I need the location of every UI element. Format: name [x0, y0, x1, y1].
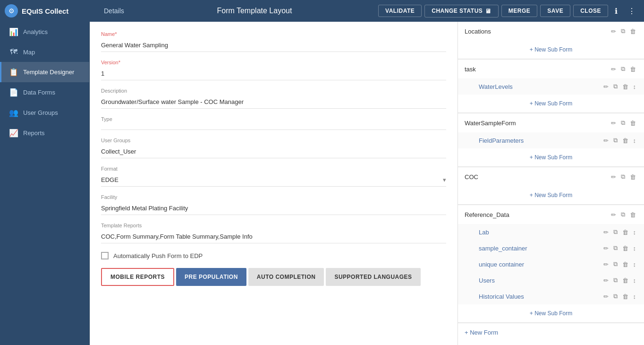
- template-reports-group: Template Reports COC,Form Summary,Form T…: [101, 223, 446, 243]
- watersampleform-new-sub-form-button[interactable]: + New Sub Form: [525, 152, 577, 163]
- locations-delete-icon[interactable]: 🗑: [628, 27, 637, 36]
- merge-button[interactable]: MERGE: [501, 5, 538, 17]
- coc-copy-icon[interactable]: ⧉: [619, 172, 627, 181]
- fieldparameters-edit-icon[interactable]: ✏: [602, 136, 610, 145]
- fieldparameters-actions: ✏ ⧉ 🗑 ↕: [602, 136, 638, 145]
- sidebar-item-data-forms[interactable]: 📄 Data Forms: [0, 82, 89, 103]
- unique-container-delete-icon[interactable]: 🗑: [621, 260, 630, 269]
- reference-data-new-sub-form-row: + New Sub Form: [458, 304, 644, 323]
- users-reorder-icon[interactable]: ↕: [632, 276, 638, 285]
- reference-data-new-sub-form-button[interactable]: + New Sub Form: [525, 308, 577, 319]
- task-edit-icon[interactable]: ✏: [610, 65, 618, 74]
- unique-container-name: unique container: [471, 261, 524, 268]
- lab-copy-icon[interactable]: ⧉: [612, 227, 619, 237]
- watersampleform-row: WaterSampleForm ✏ ⧉ 🗑: [458, 113, 644, 132]
- watersampleform-name: WaterSampleForm: [465, 120, 516, 127]
- waterlevels-delete-icon[interactable]: 🗑: [621, 82, 630, 91]
- change-status-button[interactable]: CHANGE STATUS 🖥: [424, 5, 499, 17]
- unique-container-actions: ✏ ⧉ 🗑 ↕: [602, 259, 638, 269]
- unique-container-copy-icon[interactable]: ⧉: [612, 259, 619, 269]
- help-icon[interactable]: ℹ: [611, 4, 621, 18]
- sample-container-delete-icon[interactable]: 🗑: [621, 244, 630, 253]
- locations-copy-icon[interactable]: ⧉: [619, 26, 627, 36]
- content-area: Name* General Water Sampling Version* 1 …: [90, 22, 644, 345]
- mobile-reports-button[interactable]: MOBILE REPORTS: [101, 268, 174, 286]
- description-value[interactable]: Groundwater/Surface water Sample - COC M…: [101, 95, 446, 109]
- fieldparameters-reorder-icon[interactable]: ↕: [632, 136, 638, 145]
- reference-data-edit-icon[interactable]: ✏: [610, 210, 618, 219]
- unique-container-reorder-icon[interactable]: ↕: [632, 260, 638, 269]
- version-value[interactable]: 1: [101, 67, 446, 80]
- supported-languages-button[interactable]: SUPPORTED LANGUAGES: [326, 268, 420, 286]
- name-group: Name* General Water Sampling: [101, 31, 446, 52]
- version-label: Version*: [101, 60, 446, 65]
- reference-data-copy-icon[interactable]: ⧉: [619, 210, 627, 219]
- logo-icon: ⚙: [5, 4, 18, 17]
- task-delete-icon[interactable]: 🗑: [628, 65, 637, 74]
- watersampleform-delete-icon[interactable]: 🗑: [628, 119, 637, 128]
- coc-edit-icon[interactable]: ✏: [610, 172, 618, 181]
- fieldparameters-delete-icon[interactable]: 🗑: [621, 136, 630, 145]
- locations-new-sub-form-button[interactable]: + New Sub Form: [525, 44, 577, 55]
- dropdown-arrow-icon: ▾: [443, 176, 446, 183]
- users-copy-icon[interactable]: ⧉: [612, 276, 619, 285]
- task-row: task ✏ ⧉ 🗑: [458, 60, 644, 78]
- new-form-button[interactable]: + New Form: [465, 329, 498, 336]
- users-name: Users: [471, 277, 495, 284]
- facility-value[interactable]: Springfield Metal Plating Facility: [101, 202, 446, 215]
- close-button[interactable]: CLOSE: [573, 5, 608, 17]
- auto-completion-button[interactable]: AUTO COMPLETION: [248, 268, 324, 286]
- sidebar-item-user-groups[interactable]: 👥 User Groups: [0, 103, 89, 123]
- lab-delete-icon[interactable]: 🗑: [621, 228, 630, 237]
- format-value[interactable]: EDGE ▾: [101, 173, 446, 187]
- type-label: Type: [101, 116, 446, 122]
- change-status-icon: 🖥: [485, 8, 491, 15]
- task-actions: ✏ ⧉ 🗑: [610, 64, 637, 74]
- unique-container-edit-icon[interactable]: ✏: [602, 260, 610, 269]
- lab-actions: ✏ ⧉ 🗑 ↕: [602, 227, 638, 237]
- waterlevels-copy-icon[interactable]: ⧉: [612, 82, 619, 91]
- fieldparameters-copy-icon[interactable]: ⧉: [612, 136, 619, 145]
- fieldparameters-row: FieldParameters ✏ ⧉ 🗑 ↕: [458, 132, 644, 148]
- lab-edit-icon[interactable]: ✏: [602, 228, 610, 237]
- more-icon[interactable]: ⋮: [624, 4, 639, 18]
- sample-container-copy-icon[interactable]: ⧉: [612, 243, 619, 253]
- save-button[interactable]: SAVE: [540, 5, 570, 17]
- task-new-sub-form-button[interactable]: + New Sub Form: [525, 98, 577, 109]
- waterlevels-edit-icon[interactable]: ✏: [602, 82, 610, 91]
- name-value[interactable]: General Water Sampling: [101, 39, 446, 52]
- sidebar-item-analytics[interactable]: 📊 Analytics: [0, 22, 89, 42]
- sample-container-reorder-icon[interactable]: ↕: [632, 244, 638, 253]
- user-groups-value[interactable]: Collect_User: [101, 145, 446, 158]
- reports-icon: 📈: [9, 129, 18, 138]
- sidebar-item-map[interactable]: 🗺 Map: [0, 42, 89, 62]
- pre-population-button[interactable]: PRE POPULATION: [176, 268, 246, 286]
- reference-data-delete-icon[interactable]: 🗑: [628, 210, 637, 219]
- sample-container-edit-icon[interactable]: ✏: [602, 244, 610, 253]
- validate-button[interactable]: VALIDATE: [378, 5, 422, 17]
- coc-delete-icon[interactable]: 🗑: [628, 172, 637, 181]
- task-copy-icon[interactable]: ⧉: [619, 64, 627, 74]
- section-label: Details: [97, 7, 131, 15]
- lab-reorder-icon[interactable]: ↕: [632, 228, 638, 237]
- historical-values-copy-icon[interactable]: ⧉: [612, 292, 619, 301]
- waterlevels-reorder-icon[interactable]: ↕: [632, 82, 638, 91]
- app-logo: ⚙ EQuIS Collect: [5, 4, 94, 17]
- watersampleform-copy-icon[interactable]: ⧉: [619, 118, 627, 128]
- sidebar-item-template-designer[interactable]: 📋 Template Designer: [0, 62, 89, 82]
- reference-data-section: Reference_Data ✏ ⧉ 🗑 Lab ✏ ⧉ 🗑: [458, 205, 644, 323]
- template-reports-value[interactable]: COC,Form Summary,Form Table Summary,Samp…: [101, 230, 446, 243]
- facility-group: Facility Springfield Metal Plating Facil…: [101, 194, 446, 215]
- users-edit-icon[interactable]: ✏: [602, 276, 610, 285]
- locations-edit-icon[interactable]: ✏: [610, 27, 618, 36]
- type-value[interactable]: [101, 124, 446, 130]
- historical-values-edit-icon[interactable]: ✏: [602, 292, 610, 301]
- watersampleform-edit-icon[interactable]: ✏: [610, 119, 618, 128]
- sidebar-item-reports[interactable]: 📈 Reports: [0, 123, 89, 143]
- auto-push-checkbox[interactable]: [101, 252, 109, 259]
- users-delete-icon[interactable]: 🗑: [621, 276, 630, 285]
- historical-values-delete-icon[interactable]: 🗑: [621, 292, 630, 301]
- historical-values-reorder-icon[interactable]: ↕: [632, 292, 638, 301]
- unique-container-row: unique container ✏ ⧉ 🗑 ↕: [458, 256, 644, 272]
- coc-new-sub-form-button[interactable]: + New Sub Form: [525, 190, 577, 200]
